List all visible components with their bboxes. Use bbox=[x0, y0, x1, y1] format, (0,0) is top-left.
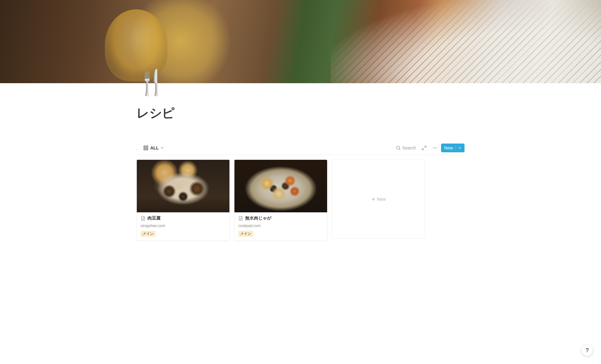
gallery-card[interactable]: 無水肉じゃが cookpad.com メイン bbox=[234, 159, 327, 241]
more-button[interactable] bbox=[430, 144, 439, 152]
page-icon[interactable]: 🍴 bbox=[136, 70, 167, 94]
expand-button[interactable] bbox=[420, 144, 429, 152]
svg-rect-0 bbox=[144, 146, 145, 148]
database-toolbar: . ALL Search New bbox=[136, 144, 465, 155]
leading-dot: . bbox=[136, 145, 138, 150]
new-card-label: New bbox=[377, 197, 386, 202]
gallery-view-icon bbox=[143, 145, 148, 150]
card-title: 肉豆腐 bbox=[147, 215, 161, 221]
help-icon: ? bbox=[586, 347, 589, 354]
card-cover-image bbox=[234, 160, 327, 212]
search-label: Search bbox=[402, 145, 416, 150]
view-tab-all[interactable]: ALL bbox=[141, 144, 166, 152]
page-icon bbox=[238, 216, 243, 221]
svg-point-6 bbox=[434, 148, 435, 149]
view-tab-label: ALL bbox=[150, 145, 159, 150]
page-icon bbox=[141, 216, 146, 221]
card-tag: メイン bbox=[141, 231, 156, 237]
search-icon bbox=[396, 145, 401, 150]
dots-icon bbox=[432, 145, 437, 150]
plus-icon bbox=[371, 197, 376, 201]
svg-point-7 bbox=[436, 148, 437, 149]
svg-point-4 bbox=[397, 146, 400, 149]
svg-rect-1 bbox=[146, 146, 148, 148]
new-card-button[interactable]: New bbox=[332, 159, 425, 239]
chevron-down-icon[interactable] bbox=[458, 146, 461, 149]
chevron-down-icon bbox=[161, 146, 164, 149]
gallery-card[interactable]: 肉豆腐 sirogohan.com メイン bbox=[136, 159, 230, 241]
card-title: 無水肉じゃが bbox=[245, 215, 271, 221]
svg-point-5 bbox=[433, 148, 434, 149]
cover-image bbox=[0, 0, 601, 83]
help-button[interactable]: ? bbox=[582, 345, 593, 356]
new-button-label: New bbox=[444, 145, 453, 150]
svg-rect-2 bbox=[144, 149, 145, 150]
search-button[interactable]: Search bbox=[394, 144, 418, 152]
expand-icon bbox=[422, 145, 427, 150]
svg-rect-3 bbox=[146, 149, 148, 150]
page-title[interactable]: レシピ bbox=[136, 104, 465, 122]
card-cover-image bbox=[137, 160, 229, 212]
gallery-grid: 肉豆腐 sirogohan.com メイン 無水肉じゃが cookpad.com… bbox=[136, 159, 465, 241]
card-tag: メイン bbox=[238, 231, 253, 237]
new-button[interactable]: New bbox=[441, 144, 465, 152]
card-source: cookpad.com bbox=[238, 224, 323, 228]
new-button-separator bbox=[455, 145, 456, 150]
card-source: sirogohan.com bbox=[141, 224, 226, 228]
